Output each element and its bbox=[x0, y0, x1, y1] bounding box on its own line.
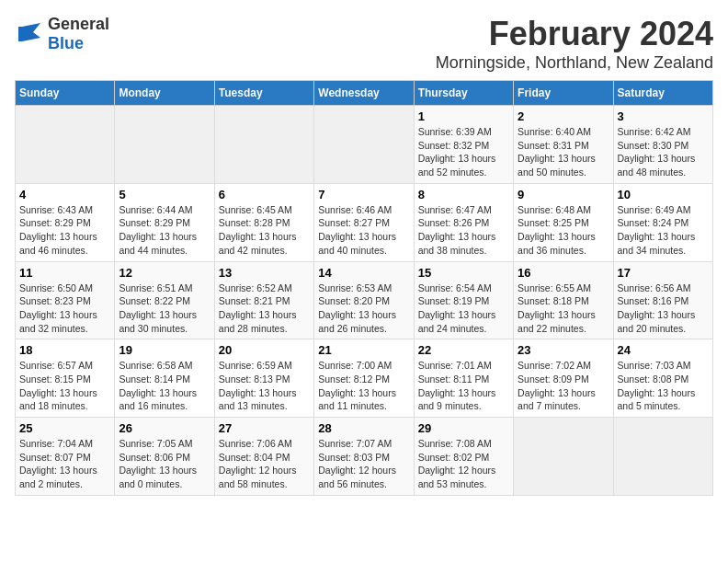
logo-general: General bbox=[48, 15, 109, 33]
day-info: Sunrise: 6:48 AM Sunset: 8:25 PM Dayligh… bbox=[518, 203, 609, 258]
day-info: Sunrise: 6:52 AM Sunset: 8:21 PM Dayligh… bbox=[219, 282, 310, 336]
day-info: Sunrise: 6:40 AM Sunset: 8:31 PM Dayligh… bbox=[518, 125, 609, 179]
logo: General Blue bbox=[15, 15, 109, 53]
day-header-sunday: Sunday bbox=[16, 81, 115, 106]
day-info: Sunrise: 6:50 AM Sunset: 8:23 PM Dayligh… bbox=[19, 282, 110, 336]
calendar-cell bbox=[613, 418, 712, 496]
day-info: Sunrise: 7:08 AM Sunset: 8:02 PM Dayligh… bbox=[418, 437, 509, 491]
month-title: February 2024 bbox=[436, 15, 713, 53]
calendar-cell: 8Sunrise: 6:47 AM Sunset: 8:26 PM Daylig… bbox=[414, 183, 513, 261]
day-info: Sunrise: 6:58 AM Sunset: 8:14 PM Dayligh… bbox=[119, 359, 210, 413]
calendar-cell: 25Sunrise: 7:04 AM Sunset: 8:07 PM Dayli… bbox=[16, 418, 115, 496]
day-number: 10 bbox=[618, 188, 709, 201]
calendar-cell bbox=[514, 418, 613, 496]
day-number: 3 bbox=[618, 109, 709, 123]
week-row-3: 18Sunrise: 6:57 AM Sunset: 8:15 PM Dayli… bbox=[16, 339, 713, 418]
calendar-cell: 1Sunrise: 6:39 AM Sunset: 8:32 PM Daylig… bbox=[414, 106, 513, 184]
calendar-cell: 29Sunrise: 7:08 AM Sunset: 8:02 PM Dayli… bbox=[414, 418, 513, 496]
calendar-body: 1Sunrise: 6:39 AM Sunset: 8:32 PM Daylig… bbox=[16, 106, 713, 496]
day-header-saturday: Saturday bbox=[613, 81, 712, 106]
day-number: 12 bbox=[119, 266, 210, 280]
day-info: Sunrise: 6:56 AM Sunset: 8:16 PM Dayligh… bbox=[618, 282, 709, 336]
day-info: Sunrise: 7:05 AM Sunset: 8:06 PM Dayligh… bbox=[119, 437, 210, 491]
day-info: Sunrise: 6:39 AM Sunset: 8:32 PM Dayligh… bbox=[418, 125, 509, 179]
day-info: Sunrise: 7:06 AM Sunset: 8:04 PM Dayligh… bbox=[219, 437, 310, 491]
week-row-0: 1Sunrise: 6:39 AM Sunset: 8:32 PM Daylig… bbox=[16, 106, 713, 184]
day-info: Sunrise: 6:47 AM Sunset: 8:26 PM Dayligh… bbox=[418, 203, 509, 258]
calendar-cell: 13Sunrise: 6:52 AM Sunset: 8:21 PM Dayli… bbox=[214, 261, 313, 339]
day-number: 20 bbox=[219, 343, 310, 357]
day-info: Sunrise: 7:04 AM Sunset: 8:07 PM Dayligh… bbox=[19, 437, 110, 491]
day-number: 27 bbox=[219, 421, 310, 435]
day-number: 6 bbox=[219, 188, 310, 201]
calendar-cell: 24Sunrise: 7:03 AM Sunset: 8:08 PM Dayli… bbox=[613, 339, 712, 418]
day-number: 9 bbox=[518, 188, 609, 201]
day-number: 7 bbox=[318, 188, 409, 201]
day-number: 17 bbox=[618, 266, 709, 280]
calendar-cell: 11Sunrise: 6:50 AM Sunset: 8:23 PM Dayli… bbox=[16, 261, 115, 339]
calendar-cell: 17Sunrise: 6:56 AM Sunset: 8:16 PM Dayli… bbox=[613, 261, 712, 339]
day-header-friday: Friday bbox=[514, 81, 613, 106]
calendar-cell: 3Sunrise: 6:42 AM Sunset: 8:30 PM Daylig… bbox=[613, 106, 712, 184]
svg-marker-0 bbox=[22, 23, 40, 41]
day-info: Sunrise: 6:51 AM Sunset: 8:22 PM Dayligh… bbox=[119, 282, 210, 336]
day-number: 25 bbox=[19, 421, 110, 435]
calendar-cell: 7Sunrise: 6:46 AM Sunset: 8:27 PM Daylig… bbox=[314, 183, 414, 261]
calendar-cell: 5Sunrise: 6:44 AM Sunset: 8:29 PM Daylig… bbox=[115, 183, 214, 261]
day-info: Sunrise: 7:03 AM Sunset: 8:08 PM Dayligh… bbox=[618, 359, 709, 413]
day-info: Sunrise: 6:49 AM Sunset: 8:24 PM Dayligh… bbox=[618, 203, 709, 258]
calendar-cell: 12Sunrise: 6:51 AM Sunset: 8:22 PM Dayli… bbox=[115, 261, 214, 339]
calendar-cell: 16Sunrise: 6:55 AM Sunset: 8:18 PM Dayli… bbox=[514, 261, 613, 339]
calendar-cell: 2Sunrise: 6:40 AM Sunset: 8:31 PM Daylig… bbox=[514, 106, 613, 184]
week-row-1: 4Sunrise: 6:43 AM Sunset: 8:29 PM Daylig… bbox=[16, 183, 713, 261]
logo-blue: Blue bbox=[48, 34, 84, 52]
calendar-cell: 9Sunrise: 6:48 AM Sunset: 8:25 PM Daylig… bbox=[514, 183, 613, 261]
day-number: 5 bbox=[119, 188, 210, 201]
svg-marker-1 bbox=[18, 27, 22, 41]
week-row-4: 25Sunrise: 7:04 AM Sunset: 8:07 PM Dayli… bbox=[16, 418, 713, 496]
day-number: 16 bbox=[518, 266, 609, 280]
day-number: 19 bbox=[119, 343, 210, 357]
day-info: Sunrise: 6:42 AM Sunset: 8:30 PM Dayligh… bbox=[618, 125, 709, 179]
calendar-cell: 4Sunrise: 6:43 AM Sunset: 8:29 PM Daylig… bbox=[16, 183, 115, 261]
calendar-cell bbox=[115, 106, 214, 184]
calendar-table: SundayMondayTuesdayWednesdayThursdayFrid… bbox=[15, 80, 713, 496]
calendar-cell bbox=[314, 106, 414, 184]
day-number: 13 bbox=[219, 266, 310, 280]
day-number: 2 bbox=[518, 109, 609, 123]
day-info: Sunrise: 6:44 AM Sunset: 8:29 PM Dayligh… bbox=[119, 203, 210, 258]
day-info: Sunrise: 6:45 AM Sunset: 8:28 PM Dayligh… bbox=[219, 203, 310, 258]
day-number: 29 bbox=[418, 421, 509, 435]
day-number: 28 bbox=[318, 421, 409, 435]
day-header-wednesday: Wednesday bbox=[314, 81, 414, 106]
calendar-cell bbox=[16, 106, 115, 184]
day-info: Sunrise: 6:46 AM Sunset: 8:27 PM Dayligh… bbox=[318, 203, 409, 258]
days-header-row: SundayMondayTuesdayWednesdayThursdayFrid… bbox=[16, 81, 713, 106]
day-info: Sunrise: 6:59 AM Sunset: 8:13 PM Dayligh… bbox=[219, 359, 310, 413]
calendar-cell: 28Sunrise: 7:07 AM Sunset: 8:03 PM Dayli… bbox=[314, 418, 414, 496]
title-area: February 2024 Morningside, Northland, Ne… bbox=[436, 15, 713, 73]
day-number: 21 bbox=[318, 343, 409, 357]
calendar-cell: 14Sunrise: 6:53 AM Sunset: 8:20 PM Dayli… bbox=[314, 261, 414, 339]
calendar-cell: 22Sunrise: 7:01 AM Sunset: 8:11 PM Dayli… bbox=[414, 339, 513, 418]
day-info: Sunrise: 6:57 AM Sunset: 8:15 PM Dayligh… bbox=[19, 359, 110, 413]
day-info: Sunrise: 6:55 AM Sunset: 8:18 PM Dayligh… bbox=[518, 282, 609, 336]
calendar-cell bbox=[214, 106, 313, 184]
calendar-cell: 26Sunrise: 7:05 AM Sunset: 8:06 PM Dayli… bbox=[115, 418, 214, 496]
calendar-cell: 6Sunrise: 6:45 AM Sunset: 8:28 PM Daylig… bbox=[214, 183, 313, 261]
day-header-monday: Monday bbox=[115, 81, 214, 106]
day-info: Sunrise: 6:43 AM Sunset: 8:29 PM Dayligh… bbox=[19, 203, 110, 258]
calendar-cell: 19Sunrise: 6:58 AM Sunset: 8:14 PM Dayli… bbox=[115, 339, 214, 418]
calendar-cell: 10Sunrise: 6:49 AM Sunset: 8:24 PM Dayli… bbox=[613, 183, 712, 261]
calendar-cell: 20Sunrise: 6:59 AM Sunset: 8:13 PM Dayli… bbox=[214, 339, 313, 418]
day-number: 24 bbox=[618, 343, 709, 357]
day-info: Sunrise: 6:54 AM Sunset: 8:19 PM Dayligh… bbox=[418, 282, 509, 336]
day-info: Sunrise: 7:01 AM Sunset: 8:11 PM Dayligh… bbox=[418, 359, 509, 413]
day-number: 23 bbox=[518, 343, 609, 357]
day-info: Sunrise: 6:53 AM Sunset: 8:20 PM Dayligh… bbox=[318, 282, 409, 336]
day-number: 14 bbox=[318, 266, 409, 280]
day-header-tuesday: Tuesday bbox=[214, 81, 313, 106]
calendar-cell: 15Sunrise: 6:54 AM Sunset: 8:19 PM Dayli… bbox=[414, 261, 513, 339]
header: General Blue February 2024 Morningside, … bbox=[15, 15, 713, 73]
day-info: Sunrise: 7:02 AM Sunset: 8:09 PM Dayligh… bbox=[518, 359, 609, 413]
